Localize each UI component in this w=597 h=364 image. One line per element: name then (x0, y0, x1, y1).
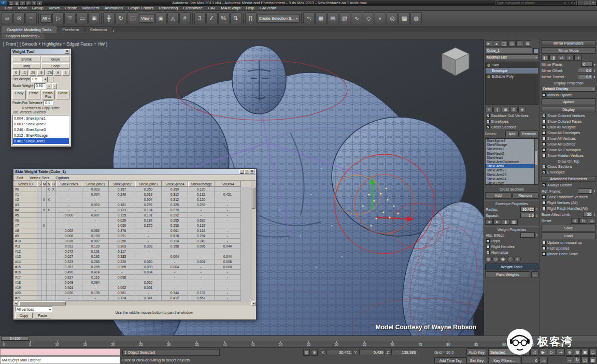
mirror-paste-icon[interactable]: ⇄ (558, 55, 565, 61)
flag-cell[interactable] (51, 244, 56, 249)
flag-cell[interactable] (47, 265, 51, 270)
spinner-arrows[interactable] (536, 234, 538, 237)
menu-cat[interactable]: CAT (205, 6, 218, 11)
save-file-icon[interactable]: ▽ (20, 1, 25, 5)
weight-cell[interactable]: - (56, 187, 82, 192)
weight-cell[interactable]: - (162, 280, 188, 285)
weight-cell[interactable]: 0.061 (162, 228, 188, 234)
weight-cell[interactable]: 0.294 (188, 234, 215, 239)
weight-cell[interactable]: 0.120 (188, 187, 215, 192)
scale-weight-field[interactable]: 0.95 (34, 83, 46, 89)
weight-cell[interactable]: 0.648 (56, 280, 82, 285)
absolute-relative-coords-icon[interactable]: ⊕ (311, 349, 318, 356)
advanced-option[interactable]: Rigid Patch Handles(All) (540, 206, 597, 211)
weight-cell[interactable]: 0.002 (56, 228, 82, 234)
increment-button[interactable]: + (47, 83, 51, 89)
spinner-arrows[interactable] (593, 190, 595, 193)
checkbox-unchecked[interactable] (542, 201, 546, 205)
bone-list-item[interactable]: ShekHead (486, 156, 538, 160)
timeline-tick[interactable]: 25 (139, 341, 143, 346)
exclude-selected-verts-icon[interactable]: ◍ (485, 256, 492, 263)
checkbox-unchecked[interactable] (542, 131, 546, 135)
flag-cell[interactable] (51, 234, 56, 239)
close-icon[interactable]: ✕ (65, 49, 69, 54)
app-logo-icon[interactable]: 3 (0, 1, 7, 6)
maximize-button[interactable]: □ (584, 1, 590, 5)
key-filters-button[interactable]: Key Filters... (488, 357, 520, 364)
timeline-tick[interactable]: 80 (446, 341, 450, 346)
coordinate-field[interactable]: 30.421 (326, 349, 352, 355)
motion-tab-icon[interactable]: ◎ (508, 40, 516, 47)
flag-cell[interactable] (51, 259, 56, 265)
bone-list[interactable]: ShekSpine4ShekRibcageShekNeck1ShekNeck2S… (485, 138, 538, 185)
checkbox-unchecked[interactable] (542, 142, 546, 146)
paste-green-to-blue-bones-icon[interactable]: ◧ (541, 55, 549, 61)
weight-cell[interactable]: - (215, 218, 241, 223)
select-and-rotate-icon[interactable]: ↻ (115, 12, 126, 24)
weight-cell[interactable]: 0.376 (109, 228, 135, 234)
angle-snap-toggle-icon[interactable]: ∠ (206, 12, 218, 24)
column-header[interactable]: Vertex ID (13, 181, 37, 187)
flag-cell[interactable] (37, 249, 42, 254)
paste-button[interactable]: Paste (27, 90, 40, 99)
weight-cell[interactable]: 0.120 (188, 197, 215, 202)
flag-cell[interactable] (37, 192, 42, 197)
weight-cell[interactable]: 0.412 (162, 296, 188, 301)
menu-maxscript[interactable]: MAXScript (218, 6, 243, 11)
flag-cell[interactable] (47, 213, 51, 218)
update-option[interactable]: Ignore Bone Scale (540, 251, 597, 257)
weight-cell[interactable]: - (135, 290, 162, 296)
weight-cell[interactable]: - (188, 254, 215, 259)
flag-cell[interactable] (37, 254, 42, 259)
play-animation-icon[interactable]: ▶ (539, 348, 547, 356)
pin-stack-icon[interactable]: ∗ (485, 107, 493, 112)
weight-cell[interactable]: 0.285 (82, 259, 109, 265)
weight-cell[interactable]: 0.632 (188, 218, 215, 223)
menu-modifiers[interactable]: Modifiers (80, 6, 102, 11)
remove-modifier-icon[interactable]: ⊘ (510, 107, 518, 112)
weight-cell[interactable]: 0.255 (162, 218, 188, 223)
paste-blue-to-green-bones-icon[interactable]: ◨ (549, 55, 557, 61)
paint-options-button[interactable]: ... (531, 271, 538, 278)
weight-cell[interactable]: 0.158 (162, 244, 188, 249)
flag-cell[interactable] (37, 223, 42, 228)
weight-cell[interactable]: 0.303 (109, 244, 135, 249)
menu-easynat[interactable]: EASYnat (257, 6, 279, 11)
modifier-list-dropdown[interactable]: Modifier List ▾ (485, 54, 538, 60)
weight-cell[interactable]: 0.285 (82, 265, 109, 270)
scrollbar-thumb[interactable] (535, 151, 537, 165)
flag-cell[interactable] (37, 208, 42, 213)
table-row[interactable]: #200.0200.1390.361-0.3440.137- (13, 290, 256, 296)
scrollbar-thumb[interactable] (252, 187, 255, 209)
menu-animation[interactable]: Animation (102, 6, 125, 11)
table-row[interactable]: #80.0020.0820.376-0.0610.162- (13, 228, 256, 234)
column-header[interactable]: H (51, 181, 56, 187)
table-row[interactable]: #110.0110.1290.3030.3030.1580.0960.044 (13, 244, 256, 249)
previous-frame-icon[interactable]: ◁ (530, 348, 538, 356)
make-unique-icon[interactable]: ▣ (502, 107, 509, 112)
flag-cell[interactable] (51, 275, 56, 280)
bake-selected-verts-icon[interactable]: ◌ (507, 256, 514, 263)
flag-cell[interactable]: X (47, 197, 51, 202)
include-selected-verts-icon[interactable]: ⊙ (492, 256, 499, 263)
draw-on-top-option[interactable]: Cross Sections (540, 164, 597, 169)
flag-cell[interactable] (37, 259, 42, 265)
close-button[interactable]: ✕ (250, 169, 254, 174)
scrollbar-thumb[interactable] (19, 301, 66, 305)
weight-cell[interactable]: - (56, 202, 82, 208)
table-row[interactable]: #100.0160.0820.358-0.1240.249- (13, 239, 256, 244)
weight-cell[interactable]: 0.010 (135, 280, 162, 285)
weight-cell[interactable]: 0.019 (135, 192, 162, 197)
weight-tool-dialog[interactable]: Weight Tool ✕ ShrinkGrow RingLoop 0.1.25… (10, 48, 72, 147)
menu-tools[interactable]: Tools (15, 6, 30, 11)
flag-cell[interactable]: X (51, 187, 56, 192)
menu-options[interactable]: Options (52, 176, 72, 180)
falloff-selector-icon[interactable]: ▦ (510, 219, 518, 225)
weight-cell[interactable]: 0.000 (56, 213, 82, 218)
weight-cell[interactable]: 0.157 (109, 187, 135, 192)
coordinate-field[interactable]: 138.386 (391, 349, 417, 355)
flag-cell[interactable] (37, 228, 42, 234)
stack-item-editable-poly[interactable]: ◍Editable Poly (486, 74, 538, 79)
weight-cell[interactable]: 0.098 (109, 275, 135, 280)
weight-cell[interactable]: - (215, 296, 241, 301)
